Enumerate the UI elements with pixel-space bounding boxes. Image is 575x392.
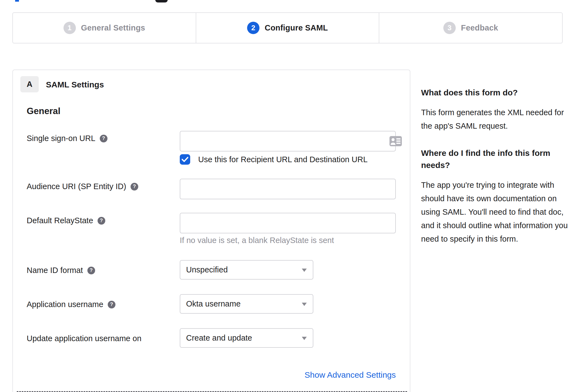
cropped-header-artifact-blue [15, 0, 19, 2]
recipient-url-checkbox-row: Use this for Recipient URL and Destinati… [180, 154, 367, 165]
recipient-url-checkbox[interactable] [180, 154, 190, 165]
chevron-down-icon [302, 269, 307, 272]
step-feedback[interactable]: 3 Feedback [379, 13, 562, 43]
update-username-label-text: Update application username on [27, 334, 142, 343]
update-username-value: Create and update [186, 333, 252, 343]
show-advanced-settings-link[interactable]: Show Advanced Settings [180, 370, 396, 380]
relaystate-label: Default RelayState ? [27, 216, 105, 225]
audience-uri-label: Audience URI (SP Entity ID) ? [27, 182, 138, 191]
help-icon[interactable]: ? [100, 135, 107, 142]
application-username-label: Application username ? [27, 300, 115, 309]
step-number-badge: 3 [443, 22, 456, 34]
saml-settings-panel: A SAML Settings General Single sign-on U… [12, 70, 410, 392]
help-section-where: Where do I find the info this form needs… [421, 147, 572, 246]
help-icon[interactable]: ? [98, 217, 105, 225]
general-heading: General [27, 106, 60, 116]
name-id-format-select[interactable]: Unspecified [180, 260, 313, 280]
sso-url-label-text: Single sign-on URL [27, 134, 95, 143]
relaystate-input[interactable] [180, 213, 396, 233]
name-id-format-label-text: Name ID format [27, 266, 83, 275]
relaystate-helper-text: If no value is set, a blank RelayState i… [180, 236, 334, 245]
help-icon[interactable]: ? [131, 183, 138, 191]
application-username-value: Okta username [186, 299, 240, 308]
sso-url-input[interactable] [180, 131, 396, 151]
step-general-settings[interactable]: 1 General Settings [13, 13, 196, 43]
application-username-select[interactable]: Okta username [180, 294, 313, 314]
step-label: Configure SAML [265, 23, 328, 32]
chevron-down-icon [302, 303, 307, 306]
audience-uri-input[interactable] [180, 179, 396, 199]
step-configure-saml[interactable]: 2 Configure SAML [196, 13, 379, 43]
help-body: The app you're trying to integrate with … [421, 178, 572, 246]
checkmark-icon [182, 157, 188, 162]
help-section-what: What does this form do? This form genera… [421, 87, 572, 133]
wizard-stepper: 1 General Settings 2 Configure SAML 3 Fe… [12, 12, 563, 43]
chevron-down-icon [302, 337, 307, 340]
update-username-label: Update application username on [27, 334, 142, 343]
help-heading: Where do I find the info this form needs… [421, 147, 572, 171]
help-heading: What does this form do? [421, 87, 572, 99]
help-body: This form generates the XML needed for t… [421, 106, 572, 133]
panel-title: SAML Settings [46, 80, 104, 89]
name-id-format-label: Name ID format ? [27, 266, 95, 275]
recipient-url-checkbox-label: Use this for Recipient URL and Destinati… [198, 155, 367, 164]
step-number-badge: 2 [247, 22, 259, 34]
step-number-badge: 1 [63, 22, 76, 34]
sso-url-label: Single sign-on URL ? [27, 134, 107, 143]
help-icon[interactable]: ? [87, 267, 95, 274]
audience-uri-label-text: Audience URI (SP Entity ID) [27, 182, 126, 191]
name-id-format-value: Unspecified [186, 265, 228, 274]
update-username-select[interactable]: Create and update [180, 328, 313, 348]
application-username-label-text: Application username [27, 300, 103, 309]
step-label: Feedback [461, 23, 498, 32]
step-label: General Settings [81, 23, 145, 32]
help-icon[interactable]: ? [108, 301, 115, 308]
section-a-badge: A [20, 76, 39, 92]
help-sidebar: What does this form do? This form genera… [421, 87, 572, 246]
relaystate-label-text: Default RelayState [27, 216, 93, 225]
cropped-header-artifact-dark [155, 0, 168, 2]
